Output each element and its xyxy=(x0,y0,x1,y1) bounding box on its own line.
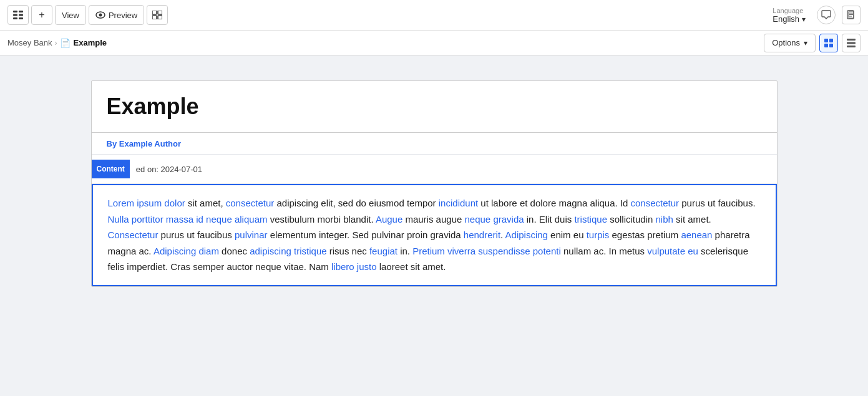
document-wrapper: Example By Example Author Content ed on:… xyxy=(91,80,778,371)
preview-button[interactable]: Preview xyxy=(89,5,144,25)
breadcrumb-parent[interactable]: Mosey Bank xyxy=(7,38,52,47)
options-label: Options xyxy=(772,38,800,47)
comments-button[interactable] xyxy=(817,6,836,24)
body-highlight-12: hendrerit xyxy=(464,229,500,240)
plus-icon: + xyxy=(39,9,44,21)
pages-icon xyxy=(846,10,856,20)
svg-rect-0 xyxy=(13,11,17,12)
svg-rect-19 xyxy=(824,44,828,47)
svg-rect-5 xyxy=(19,17,23,19)
body-highlight-6: Augue xyxy=(376,214,402,225)
media-button[interactable] xyxy=(147,5,168,25)
svg-rect-22 xyxy=(847,42,856,44)
svg-point-7 xyxy=(99,14,102,17)
body-highlight-7: neque gravida xyxy=(465,214,524,225)
svg-rect-17 xyxy=(824,39,828,42)
structure-button[interactable] xyxy=(7,5,29,25)
document-author: By Example Author xyxy=(107,139,181,148)
breadcrumb-separator: › xyxy=(55,39,57,47)
add-button[interactable]: + xyxy=(31,5,52,25)
body-highlight-15: aenean xyxy=(681,229,712,240)
document-author-row: By Example Author xyxy=(92,133,777,155)
language-value-row: English xyxy=(773,14,806,24)
preview-label: Preview xyxy=(109,11,137,20)
body-highlight-10: Consectetur xyxy=(108,229,158,240)
document-icon: 📄 xyxy=(60,38,71,48)
body-highlight-11: pulvinar xyxy=(235,229,268,240)
body-highlight-4: consectetur xyxy=(631,198,680,208)
content-badge: Content xyxy=(92,160,130,178)
published-label: ed on: 2024-07-01 xyxy=(136,165,202,174)
body-highlight-3: incididunt xyxy=(439,198,478,208)
toolbar-right-group: Language English xyxy=(768,4,861,26)
view-card-button[interactable] xyxy=(819,34,838,52)
main-content: Example By Example Author Content ed on:… xyxy=(0,56,868,396)
breadcrumb-current: 📄 Example xyxy=(60,38,107,48)
view-list-button[interactable] xyxy=(842,34,861,52)
document-title: Example xyxy=(107,94,762,120)
view-button[interactable]: View xyxy=(55,5,86,25)
body-highlight-14: turpis xyxy=(587,229,610,240)
svg-rect-8 xyxy=(152,11,157,14)
media-icon xyxy=(152,11,162,19)
card-view-icon xyxy=(824,39,833,47)
body-highlight-1: Lorem ipsum dolor xyxy=(108,198,185,208)
options-chevron-icon xyxy=(804,38,807,47)
comment-icon xyxy=(821,10,831,20)
pages-button[interactable] xyxy=(842,6,861,24)
options-button[interactable]: Options xyxy=(764,34,816,52)
document-title-block: Example xyxy=(92,81,777,133)
structure-icon xyxy=(13,11,23,19)
language-value-text: English xyxy=(773,14,799,24)
svg-rect-18 xyxy=(829,39,833,42)
svg-rect-1 xyxy=(13,14,17,16)
svg-rect-3 xyxy=(19,11,23,12)
svg-rect-21 xyxy=(847,39,856,41)
document-date: ed on: 2024-07-01 xyxy=(136,165,202,174)
svg-rect-10 xyxy=(152,16,157,19)
top-toolbar: + View Preview Language English xyxy=(0,0,868,31)
author-name: Example Author xyxy=(119,139,181,148)
document-meta-row: Content ed on: 2024-07-01 xyxy=(92,155,777,184)
body-highlight-2: consectetur xyxy=(226,198,275,208)
body-highlight-17: adipiscing tristique xyxy=(250,246,326,256)
body-highlight-9: nibh xyxy=(656,214,673,225)
toolbar-left-group: + View Preview xyxy=(7,5,765,25)
svg-rect-23 xyxy=(847,46,856,47)
language-selector[interactable]: Language English xyxy=(768,4,811,26)
body-highlight-16: Adipiscing diam xyxy=(154,246,219,256)
svg-rect-4 xyxy=(19,14,23,16)
document-card: Example By Example Author Content ed on:… xyxy=(91,80,778,287)
list-view-icon xyxy=(847,39,856,47)
body-highlight-19: Pretium viverra suspendisse potenti xyxy=(412,246,561,256)
language-chevron-icon xyxy=(802,14,806,24)
view-label: View xyxy=(62,11,79,20)
body-highlight-18: feugiat xyxy=(369,246,397,256)
svg-rect-9 xyxy=(158,11,162,14)
author-prefix: By xyxy=(107,139,119,148)
eye-icon xyxy=(95,11,105,19)
breadcrumb-bar: Mosey Bank › 📄 Example Options xyxy=(0,31,868,56)
body-highlight-5: Nulla porttitor massa id neque aliquam xyxy=(108,214,268,225)
svg-rect-11 xyxy=(158,16,162,19)
body-highlight-21: libero justo xyxy=(331,261,377,272)
body-highlight-8: tristique xyxy=(574,214,607,225)
language-label: Language xyxy=(773,7,803,14)
body-highlight-20: vulputate eu xyxy=(647,246,698,256)
breadcrumb: Mosey Bank › 📄 Example xyxy=(7,38,107,48)
breadcrumb-current-label: Example xyxy=(74,38,107,47)
body-highlight-13: Adipiscing xyxy=(505,229,548,240)
document-body-text: Lorem ipsum dolor sit amet, consectetur … xyxy=(108,195,761,275)
document-body-block: Lorem ipsum dolor sit amet, consectetur … xyxy=(92,184,777,286)
svg-rect-2 xyxy=(13,17,17,19)
breadcrumb-actions: Options xyxy=(764,34,861,52)
svg-rect-20 xyxy=(829,44,833,47)
